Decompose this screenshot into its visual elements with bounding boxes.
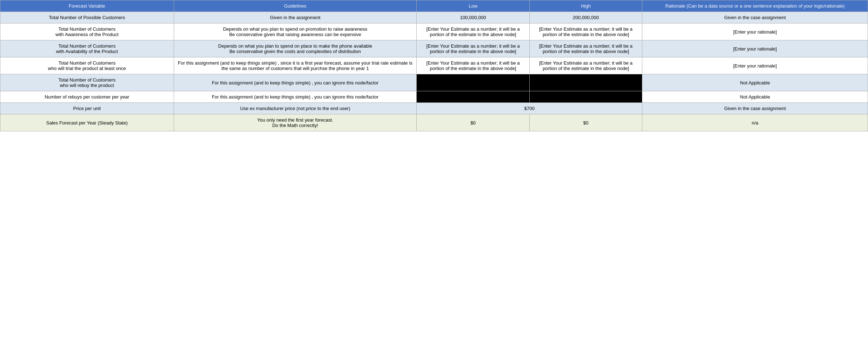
header-rationale: Rationale (Can be a data source or a one… [642,0,868,12]
high-cell-possible-customers: 200,000,000 [529,12,642,23]
variable-cell-price-per-unit: Price per unit [0,103,174,114]
low-cell-rebuy-customers [417,74,529,91]
rationale-cell-awareness: [Enter your rationale] [642,23,868,40]
variable-cell-availability: Total Number of Customers with Availabil… [0,40,174,57]
variable-cell-rebuy-customers: Total Number of Customers who will rebuy… [0,74,174,91]
low-cell-sales-forecast: $0 [417,114,529,131]
low-cell-trial: [Enter Your Estimate as a number; it wil… [417,57,529,74]
high-cell-awareness: [Enter Your Estimate as a number; it wil… [529,23,642,40]
low-cell-possible-customers: 100,000,000 [417,12,529,23]
guidelines-cell-rebuy-customers: For this assignment (and to keep things … [174,74,417,91]
header-high: High [529,0,642,12]
guidelines-cell-sales-forecast: You only need the first year forecast. D… [174,114,417,131]
rationale-cell-sales-forecast: n/a [642,114,868,131]
high-cell-rebuys-per-year [529,91,642,103]
rationale-cell-trial: [Enter your rationale] [642,57,868,74]
guidelines-cell-trial: For this assignment (and to keep things … [174,57,417,74]
header-low: Low [417,0,529,12]
variable-cell-awareness: Total Number of Customers with Awareness… [0,23,174,40]
low-cell-rebuys-per-year [417,91,529,103]
low-cell-awareness: [Enter Your Estimate as a number; it wil… [417,23,529,40]
guidelines-cell-rebuys-per-year: For this assignment (and to keep things … [174,91,417,103]
low-cell-availability: [Enter Your Estimate as a number; it wil… [417,40,529,57]
high-cell-sales-forecast: $0 [529,114,642,131]
variable-cell-rebuys-per-year: Number of rebuys per customer per year [0,91,174,103]
high-cell-rebuy-customers [529,74,642,91]
rationale-cell-rebuys-per-year: Not Applicable [642,91,868,103]
header-forecast-variable: Forecast Variable [0,0,174,12]
variable-cell-sales-forecast: Sales Forecast per Year (Steady State) [0,114,174,131]
rationale-cell-availability: [Enter your rationale] [642,40,868,57]
header-guidelines: Guidelines [174,0,417,12]
high-cell-trial: [Enter Your Estimate as a number; it wil… [529,57,642,74]
rationale-cell-price-per-unit: Given in the case assignment [642,103,868,114]
guidelines-cell-possible-customers: Given in the assignment [174,12,417,23]
variable-cell-trial: Total Number of Customers who will trial… [0,57,174,74]
guidelines-cell-awareness: Depends on what you plan to spend on pro… [174,23,417,40]
rationale-cell-possible-customers: Given in the case assignment [642,12,868,23]
guidelines-cell-price-per-unit: Use ex manufacturer price (not price to … [174,103,417,114]
rationale-cell-rebuy-customers: Not Applicable [642,74,868,91]
merged-lowhigh-cell-price-per-unit: $700 [417,103,642,114]
guidelines-cell-availability: Depends on what you plan to spend on pla… [174,40,417,57]
variable-cell-possible-customers: Total Number of Possible Customers [0,12,174,23]
high-cell-availability: [Enter Your Estimate as a number; it wil… [529,40,642,57]
